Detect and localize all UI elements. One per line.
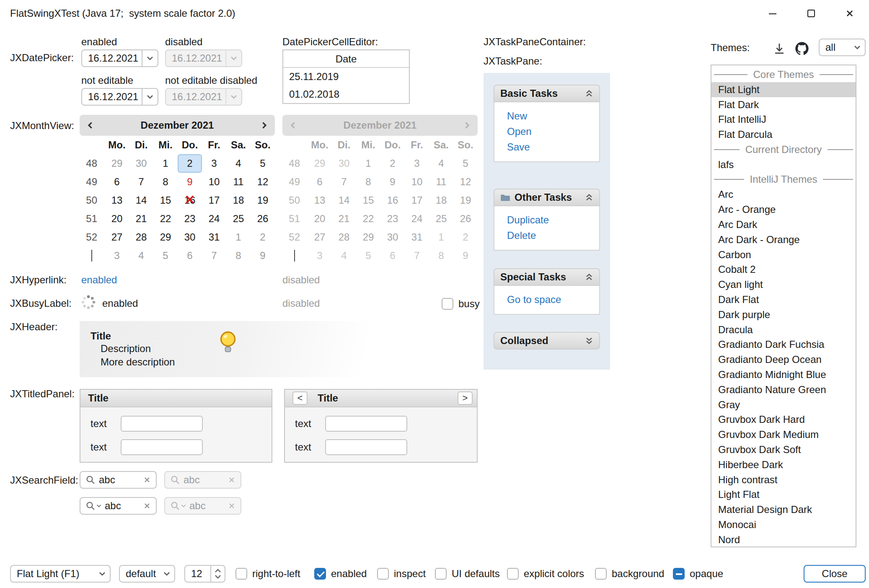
calendar-day[interactable]: 12 xyxy=(251,173,275,191)
search-input-value[interactable]: abc xyxy=(99,474,143,486)
datepicker-enabled[interactable]: 16.12.2021 xyxy=(81,49,158,67)
calendar-day[interactable]: 20 xyxy=(105,210,129,228)
themes-filter-combobox[interactable]: all xyxy=(819,39,866,56)
checkbox-enabled[interactable]: enabled xyxy=(314,565,367,583)
calendar-day[interactable]: 4 xyxy=(129,246,153,265)
theme-list-item[interactable]: Gradianto Nature Green xyxy=(711,382,856,397)
calendar-day[interactable]: 2 xyxy=(178,154,202,173)
checkbox-explicit-colors[interactable]: explicit colors xyxy=(507,565,584,583)
taskpane-header[interactable]: Basic Tasks xyxy=(494,85,600,102)
previous-month-icon[interactable] xyxy=(80,121,101,130)
checkbox-background[interactable]: background xyxy=(595,565,664,583)
theme-list-item[interactable]: Gruvbox Dark Medium xyxy=(711,427,856,442)
checkbox-box[interactable] xyxy=(377,568,389,580)
chevron-down-icon[interactable] xyxy=(142,89,158,105)
calendar-day[interactable]: 26 xyxy=(251,210,275,228)
theme-list-item[interactable]: Gruvbox Dark Soft xyxy=(711,442,856,457)
taskpane-link[interactable]: Open xyxy=(507,124,596,139)
theme-list-item[interactable]: Flat Light xyxy=(711,82,856,97)
double-chevron-down-icon[interactable] xyxy=(585,337,593,345)
calendar-day[interactable]: 4 xyxy=(226,154,251,173)
taskpane-link[interactable]: Go to space xyxy=(507,292,596,307)
calendar-day[interactable]: 2 xyxy=(251,228,275,246)
theme-list-item[interactable]: Gradianto Deep Ocean xyxy=(711,352,856,367)
style-combobox[interactable]: default xyxy=(119,565,175,583)
theme-list-item[interactable]: Dark purple xyxy=(711,307,856,322)
datepicker-value[interactable]: 16.12.2021 xyxy=(82,52,142,64)
calendar-day[interactable]: 22 xyxy=(153,210,178,228)
close-button[interactable]: Close xyxy=(804,565,866,583)
table-row[interactable]: 25.11.2019 xyxy=(283,68,409,85)
font-size-spinner[interactable]: 12 xyxy=(184,565,225,583)
theme-list-item[interactable]: Cyan light xyxy=(711,277,856,292)
calendar-day[interactable]: 23 xyxy=(178,210,202,228)
theme-list[interactable]: Core ThemesFlat LightFlat DarkFlat Intel… xyxy=(711,65,856,547)
double-chevron-up-icon[interactable] xyxy=(585,273,593,281)
clear-x-icon[interactable] xyxy=(143,476,151,484)
next-month-icon[interactable] xyxy=(253,121,275,130)
text-input[interactable] xyxy=(325,439,407,455)
theme-list-item[interactable]: Material Design Dark xyxy=(711,502,856,517)
calendar-day[interactable]: 10 xyxy=(202,173,226,191)
calendar-day[interactable]: 13 xyxy=(105,191,129,210)
calendar-day[interactable]: 7 xyxy=(129,173,153,191)
calendar-day[interactable]: 17 xyxy=(202,191,226,210)
text-input[interactable] xyxy=(121,439,203,455)
theme-list-item[interactable]: Gray xyxy=(711,397,856,412)
calendar-day[interactable]: 28 xyxy=(129,228,153,246)
datepicker-not-editable[interactable]: 16.12.2021 xyxy=(81,88,158,106)
calendar-day[interactable]: 29 xyxy=(153,228,178,246)
theme-list-item[interactable]: Nord xyxy=(711,532,856,547)
theme-list-item[interactable]: Cobalt 2 xyxy=(711,262,856,277)
theme-list-item[interactable]: Monocai xyxy=(711,517,856,532)
taskpane-link[interactable]: Save xyxy=(507,139,596,155)
calendar-day[interactable]: 24 xyxy=(202,210,226,228)
theme-list-item[interactable]: High contrast xyxy=(711,472,856,487)
calendar-day[interactable]: 8 xyxy=(153,173,178,191)
clear-x-icon[interactable] xyxy=(143,502,151,510)
laf-combobox[interactable]: Flat Light (F1) xyxy=(10,565,111,583)
close-window-button[interactable] xyxy=(830,0,869,27)
busy-checkbox[interactable]: busy xyxy=(442,295,480,313)
checkbox-box[interactable] xyxy=(314,568,326,580)
magnifier-menu-icon[interactable] xyxy=(85,501,101,511)
panel-nav-right-button[interactable]: > xyxy=(458,391,473,405)
theme-list-item[interactable]: Arc Dark - Orange xyxy=(711,232,856,247)
checkbox-inspect[interactable]: inspect xyxy=(377,565,426,583)
theme-list-item[interactable]: Carbon xyxy=(711,247,856,262)
theme-list-item[interactable]: Gruvbox Dark Hard xyxy=(711,412,856,427)
taskpane-header[interactable]: Other Tasks xyxy=(494,189,600,206)
calendar-day[interactable]: 31 xyxy=(202,228,226,246)
panel-nav-left-button[interactable]: < xyxy=(292,391,308,405)
theme-list-item[interactable]: Arc Dark xyxy=(711,217,856,232)
theme-list-item[interactable]: Hiberbee Dark xyxy=(711,457,856,472)
calendar-day[interactable]: 14 xyxy=(129,191,153,210)
double-chevron-up-icon[interactable] xyxy=(585,89,593,98)
calendar-day[interactable]: 9 xyxy=(178,173,202,191)
checkbox-box[interactable] xyxy=(595,568,607,580)
calendar-day[interactable]: 18 xyxy=(226,191,251,210)
calendar-day[interactable]: 3 xyxy=(202,154,226,173)
maximize-button[interactable] xyxy=(792,0,830,27)
spinner-arrows[interactable] xyxy=(210,566,225,582)
theme-list-item[interactable]: Flat Darcula xyxy=(711,127,856,142)
search-input-value[interactable]: abc xyxy=(105,500,143,512)
taskpane-header[interactable]: Special Tasks xyxy=(494,268,600,286)
calendar-day[interactable]: 25 xyxy=(226,210,251,228)
text-input[interactable] xyxy=(121,416,203,432)
checkbox-box[interactable] xyxy=(435,568,447,580)
theme-list-item[interactable]: Gradianto Dark Fuchsia xyxy=(711,337,856,352)
table-column-header[interactable]: Date xyxy=(283,50,409,68)
calendar-day[interactable]: 8 xyxy=(226,246,251,265)
checkbox-opaque[interactable]: opaque xyxy=(673,565,723,583)
checkbox-box[interactable] xyxy=(673,568,685,580)
checkbox-box[interactable] xyxy=(235,568,247,580)
calendar-day[interactable]: 3 xyxy=(105,246,129,265)
theme-list-item[interactable]: Arc - Orange xyxy=(711,202,856,217)
text-input[interactable] xyxy=(325,416,407,432)
double-chevron-up-icon[interactable] xyxy=(585,193,593,202)
theme-list-item[interactable]: Flat IntelliJ xyxy=(711,112,856,127)
theme-list-item[interactable]: Arc xyxy=(711,187,856,202)
taskpane-header[interactable]: Collapsed xyxy=(494,332,600,350)
taskpane-link[interactable]: Delete xyxy=(507,228,596,243)
